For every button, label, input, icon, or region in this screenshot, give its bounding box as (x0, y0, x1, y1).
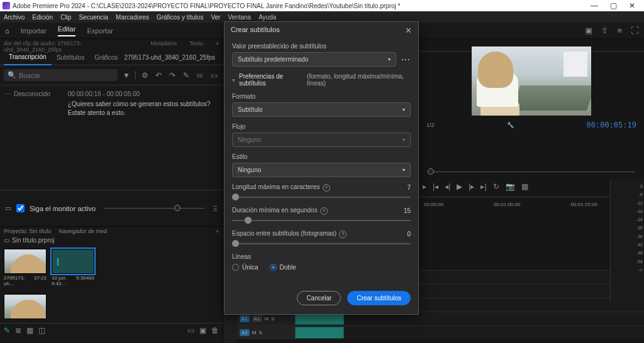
expand-icon[interactable]: ▭ (5, 204, 11, 212)
menu-archivo[interactable]: Archivo (4, 14, 25, 21)
camera-icon[interactable]: 📷 (506, 182, 515, 193)
filter-icon[interactable]: ▼ (121, 71, 131, 80)
minsecs-slider[interactable] (232, 220, 411, 221)
quick-export-icon[interactable]: ▣ (585, 26, 592, 35)
subtitle-tool-icon[interactable]: ▭ (209, 71, 219, 80)
new-item-icon[interactable]: ▣ (199, 326, 206, 335)
menu-ventana[interactable]: Ventana (228, 14, 251, 21)
wrench-icon[interactable]: 🔧 (507, 122, 514, 128)
menu-edicion[interactable]: Edición (32, 14, 53, 21)
redo-icon[interactable]: ↷ (167, 71, 177, 80)
flujo-dropdown: Ninguno▾ (232, 133, 411, 147)
list-view-icon[interactable]: ≣ (15, 326, 21, 335)
menu-graficos[interactable]: Gráficos y títulos (157, 14, 203, 21)
project-file: Sin título.prproj (12, 237, 54, 244)
play-icon[interactable]: ▶ (457, 182, 462, 193)
program-video[interactable] (472, 46, 591, 116)
preset-dropdown[interactable]: Subtítulo predeterminado▾ (232, 52, 396, 67)
pencil-icon[interactable]: ✎ (4, 326, 10, 335)
clip-header-menu-icon[interactable]: ≡ (216, 40, 219, 49)
maximize-button[interactable]: ▢ (604, 1, 623, 10)
left-panel: dor del clip de audio: 2795173-uhd_3840_… (0, 39, 223, 343)
project-chevron-icon[interactable]: » (216, 228, 219, 234)
thumb-video-2[interactable] (4, 294, 47, 319)
create-subtitles-button[interactable]: Crear subtítulos (347, 291, 411, 305)
project-tab[interactable]: Proyecto: Sin título (4, 228, 52, 234)
formato-dropdown[interactable]: Subtítulo▾ (232, 102, 411, 117)
step-back-icon[interactable]: ◂| (445, 182, 450, 193)
chevron-down-icon: ▾ (402, 137, 405, 143)
prefs-accordion[interactable]: ▾ Preferencias de subtítulos (formato, l… (232, 73, 411, 87)
speaker-menu-icon[interactable]: ⋯ (5, 90, 11, 97)
cancel-button[interactable]: Cancelar (297, 291, 341, 305)
help-icon[interactable]: ? (339, 231, 347, 238)
fullscreen-icon[interactable]: ⛶ (631, 26, 639, 35)
step-fwd-icon[interactable]: |▸ (469, 182, 474, 193)
undo-icon[interactable]: ↶ (153, 71, 164, 80)
new-bin-icon[interactable]: ▭ (187, 326, 194, 335)
formato-label: Formato (232, 93, 411, 100)
go-start-icon[interactable]: |◂ (433, 182, 438, 193)
program-scrub[interactable] (428, 172, 635, 172)
close-button[interactable]: ✕ (623, 1, 641, 10)
workspaces-icon[interactable]: ≡ (617, 26, 622, 35)
help-icon[interactable]: ? (323, 184, 330, 192)
home-icon[interactable]: ⌂ (5, 27, 9, 35)
track-a1-src[interactable]: A1 (240, 315, 250, 322)
menu-ver[interactable]: Ver (211, 14, 220, 21)
tab-graphics[interactable]: Gráficos (89, 51, 123, 65)
modal-close-icon[interactable]: ✕ (405, 26, 412, 35)
cc-icon[interactable]: ㏄ (195, 70, 205, 80)
track-a2[interactable]: A2 (240, 329, 250, 336)
gap-value: 0 (407, 231, 411, 237)
fit-icon[interactable]: Ξ (213, 205, 218, 212)
tab-transcription[interactable]: Transcripción (4, 50, 52, 65)
loop-icon[interactable]: ↻ (493, 182, 499, 193)
share-icon[interactable]: ⇧ (601, 26, 608, 35)
freeform-view-icon[interactable]: ◫ (38, 326, 45, 335)
media-browser-tab[interactable]: Navegador de med (59, 228, 108, 234)
tab-subtitles[interactable]: Subtítulos (52, 51, 89, 65)
thumb-audio[interactable]: 10 jun. 9:43…5:36480 (52, 249, 94, 286)
chevron-down-icon: ▾ (402, 107, 405, 112)
search-input-wrap[interactable]: 🔍 (4, 69, 118, 81)
edit-text-icon[interactable]: ✎ (181, 71, 191, 80)
chevron-down-icon: ▾ (402, 167, 405, 173)
estilo-label: Estilo (232, 153, 411, 160)
menu-ayuda[interactable]: Ayuda (258, 14, 276, 21)
clip-header-name: dor del clip de audio: 2795173-uhd_3840_… (4, 40, 138, 49)
ws-import[interactable]: Importar (21, 27, 47, 35)
prog-zoom[interactable]: 1/2 (426, 122, 435, 128)
thumb-video[interactable]: 2795173-uh…37:22 (4, 249, 47, 286)
estilo-dropdown[interactable]: Ninguno▾ (232, 163, 411, 177)
audio-meter: 0 -6 -12 -18 -24 -30 -36 -42 -48 -54 -∞ (610, 180, 644, 303)
trash-icon[interactable]: 🗑 (211, 326, 219, 335)
clip-header-text: Texto (189, 40, 203, 49)
preset-options-icon[interactable]: ⋯ (401, 55, 411, 65)
go-end-icon[interactable]: ▸| (480, 182, 486, 193)
icon-view-icon[interactable]: ▦ (26, 326, 33, 335)
gap-slider[interactable] (232, 243, 411, 244)
maxchars-value: 7 (407, 184, 411, 191)
track-a1[interactable]: A1 (252, 315, 262, 322)
program-timecode[interactable]: 00:00:05:19 (587, 121, 636, 129)
monitor-follow-checkbox[interactable] (16, 204, 25, 212)
audio-clip-2[interactable] (295, 327, 344, 339)
settings-icon[interactable]: ⚙ (140, 71, 150, 80)
menu-clip[interactable]: Clip (60, 14, 71, 21)
preset-label: Valor preestablecido de subtítulos (232, 43, 411, 50)
help-icon[interactable]: ? (320, 207, 328, 215)
minsecs-value: 15 (404, 207, 411, 214)
lines-double-radio[interactable]: Doble (270, 264, 296, 271)
menu-secuencia[interactable]: Secuencia (79, 14, 108, 21)
mark-in-icon[interactable]: ▸ (423, 182, 426, 193)
menu-marcadores[interactable]: Marcadores (116, 14, 149, 21)
maxchars-slider[interactable] (232, 197, 411, 198)
lines-single-radio[interactable]: Única (232, 264, 258, 271)
minimize-button[interactable]: — (585, 1, 604, 10)
zoom-slider[interactable] (104, 208, 204, 209)
search-input[interactable] (19, 72, 114, 79)
export-frame-icon[interactable]: ▦ (521, 182, 528, 193)
ws-export[interactable]: Exportar (87, 27, 113, 35)
ws-edit[interactable]: Editar (58, 25, 76, 36)
